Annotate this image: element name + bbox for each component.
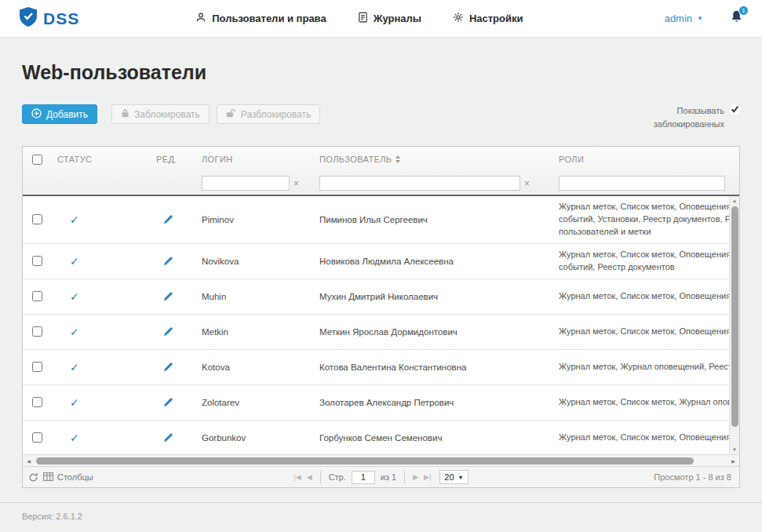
menu-item-label: Настройки bbox=[469, 13, 523, 24]
page-number-input[interactable] bbox=[352, 471, 375, 484]
status-active-icon: ✓ bbox=[70, 361, 79, 373]
login-cell: Muhin bbox=[195, 292, 313, 301]
scroll-up-icon[interactable]: ▲ bbox=[730, 196, 739, 206]
vertical-scrollbar[interactable]: ▲ ▼ bbox=[729, 196, 739, 454]
page-title: Web-пользователи bbox=[22, 61, 740, 84]
roles-filter-input[interactable] bbox=[559, 176, 725, 191]
status-active-icon: ✓ bbox=[70, 290, 79, 303]
notifications-button[interactable]: 1 bbox=[730, 9, 743, 27]
edit-pencil-icon[interactable] bbox=[162, 255, 174, 267]
block-button[interactable]: Заблокировать bbox=[111, 104, 210, 124]
menu-item-label: Журналы bbox=[374, 13, 421, 24]
show-blocked-control: Показывать заблокированных bbox=[646, 104, 740, 130]
login-cell: Kotova bbox=[195, 363, 313, 372]
login-filter-input[interactable] bbox=[202, 176, 290, 191]
pager-next-button[interactable]: ▶ bbox=[413, 473, 418, 481]
roles-cell: Журнал меток, Список меток, Оповещения, … bbox=[552, 321, 739, 343]
status-active-icon: ✓ bbox=[70, 432, 79, 444]
notification-badge: 1 bbox=[738, 5, 749, 16]
login-cell: Piminov bbox=[195, 215, 313, 224]
row-checkbox[interactable] bbox=[32, 214, 42, 224]
columns-button[interactable]: Столбцы bbox=[43, 472, 93, 483]
pages-total-label: из 1 bbox=[381, 472, 396, 482]
menu-item-users-rights[interactable]: Пользователи и права bbox=[195, 12, 326, 25]
user-cell: Котова Валентина Константиновна bbox=[313, 363, 552, 372]
user-cell: Мухин Дмитрий Николаевич bbox=[313, 292, 552, 301]
menu-item-settings[interactable]: Настройки bbox=[453, 12, 523, 25]
edit-pencil-icon[interactable] bbox=[162, 361, 174, 373]
vertical-scrollbar-thumb[interactable] bbox=[731, 206, 738, 427]
table-row[interactable]: ✓ Metkin Меткин Ярослав Дормидонтович Жу… bbox=[23, 315, 739, 350]
unlock-icon bbox=[226, 108, 236, 120]
select-all-checkbox[interactable] bbox=[32, 155, 42, 165]
table-header: СТАТУС РЕД. ЛОГИН ПОЛЬЗОВАТЕЛЬ РОЛИ × bbox=[23, 147, 739, 196]
journal-icon bbox=[358, 12, 368, 25]
add-button[interactable]: Добавить bbox=[22, 104, 97, 124]
row-checkbox[interactable] bbox=[32, 256, 42, 266]
clear-login-filter-icon[interactable]: × bbox=[293, 179, 299, 188]
table-row[interactable]: ✓ Piminov Пиминов Илья Сергеевич Журнал … bbox=[23, 196, 739, 244]
row-checkbox[interactable] bbox=[32, 326, 42, 337]
user-cell: Пиминов Илья Сергеевич bbox=[313, 215, 552, 224]
user-cell: Золотарев Александр Петрович bbox=[313, 398, 552, 407]
sort-icon[interactable] bbox=[396, 155, 400, 163]
row-checkbox[interactable] bbox=[32, 291, 42, 301]
show-blocked-checkbox[interactable] bbox=[730, 104, 740, 115]
edit-pencil-icon[interactable] bbox=[162, 432, 174, 443]
page-size-select[interactable]: 20 ▼ bbox=[439, 470, 468, 484]
horizontal-scrollbar[interactable]: ◀ ▶ bbox=[23, 454, 739, 466]
table-row[interactable]: ✓ Zolotarev Золотарев Александр Петрович… bbox=[23, 385, 739, 421]
roles-cell: Журнал меток, Список меток, Оповещения, … bbox=[552, 196, 739, 243]
table-rows: ✓ Piminov Пиминов Илья Сергеевич Журнал … bbox=[23, 196, 739, 454]
table-row[interactable]: ✓ Novikova Новикова Людмила Алексеевна Ж… bbox=[23, 244, 739, 279]
edit-pencil-icon[interactable] bbox=[162, 326, 174, 337]
table-body: ✓ Piminov Пиминов Илья Сергеевич Журнал … bbox=[23, 196, 739, 454]
scroll-down-icon[interactable]: ▼ bbox=[730, 445, 739, 454]
edit-pencil-icon[interactable] bbox=[162, 290, 174, 302]
row-checkbox[interactable] bbox=[32, 432, 42, 443]
lock-icon bbox=[121, 108, 129, 120]
menu-item-journals[interactable]: Журналы bbox=[358, 12, 421, 25]
brand: DSS bbox=[19, 6, 79, 31]
view-info: Просмотр 1 - 8 из 8 bbox=[654, 472, 731, 482]
scroll-left-icon[interactable]: ◀ bbox=[23, 458, 35, 464]
admin-user-menu[interactable]: admin ▼ bbox=[665, 13, 703, 24]
edit-pencil-icon[interactable] bbox=[162, 213, 174, 225]
pager-prev-button[interactable]: ◀ bbox=[307, 473, 312, 481]
pager-last-button[interactable]: ▶| bbox=[424, 473, 431, 481]
status-active-icon: ✓ bbox=[70, 396, 79, 409]
user-cell: Меткин Ярослав Дормидонтович bbox=[313, 327, 552, 337]
row-checkbox[interactable] bbox=[32, 362, 42, 372]
users-table: СТАТУС РЕД. ЛОГИН ПОЛЬЗОВАТЕЛЬ РОЛИ × bbox=[22, 146, 740, 488]
row-checkbox[interactable] bbox=[32, 397, 42, 407]
user-filter-input[interactable] bbox=[319, 176, 520, 191]
users-icon bbox=[195, 12, 206, 25]
roles-cell: Журнал меток, Список меток, Журнал опове… bbox=[552, 392, 739, 414]
scroll-right-icon[interactable]: ▶ bbox=[727, 458, 739, 464]
gear-icon bbox=[453, 12, 464, 25]
edit-pencil-icon[interactable] bbox=[162, 396, 174, 408]
roles-cell: Журнал меток, Список меток, Оповещения, … bbox=[552, 286, 739, 308]
unblock-button[interactable]: Разблокировать bbox=[217, 104, 320, 124]
user-cell: Горбунков Семен Семенович bbox=[313, 433, 552, 443]
table-row[interactable]: ✓ Muhin Мухин Дмитрий Николаевич Журнал … bbox=[23, 279, 739, 315]
column-header-login: ЛОГИН bbox=[195, 155, 313, 164]
horizontal-scrollbar-thumb[interactable] bbox=[36, 457, 694, 465]
status-active-icon: ✓ bbox=[70, 213, 79, 226]
clear-user-filter-icon[interactable]: × bbox=[524, 179, 530, 188]
roles-cell: Журнал меток, Журнал оповещений, Реестр … bbox=[552, 356, 739, 378]
show-blocked-label: Показывать заблокированных bbox=[646, 104, 724, 130]
refresh-button[interactable] bbox=[28, 472, 38, 483]
main-menu: Пользователи и права Журналы Настройки bbox=[195, 12, 523, 25]
table-row[interactable]: ✓ Gorbunkov Горбунков Семен Семенович Жу… bbox=[23, 421, 739, 454]
table-row[interactable]: ✓ Kotova Котова Валентина Константиновна… bbox=[23, 350, 739, 385]
pager-first-button[interactable]: |◀ bbox=[293, 473, 301, 481]
user-cell: Новикова Людмила Алексеевна bbox=[313, 257, 552, 266]
column-header-user[interactable]: ПОЛЬЗОВАТЕЛЬ bbox=[313, 155, 552, 164]
chevron-down-icon: ▼ bbox=[458, 475, 464, 480]
login-cell: Gorbunkov bbox=[195, 433, 313, 443]
shield-logo-icon bbox=[19, 6, 38, 31]
pager: |◀ ◀ Стр. из 1 ▶ ▶| 20 ▼ bbox=[293, 470, 468, 484]
login-cell: Zolotarev bbox=[195, 398, 313, 407]
columns-icon bbox=[43, 472, 53, 483]
